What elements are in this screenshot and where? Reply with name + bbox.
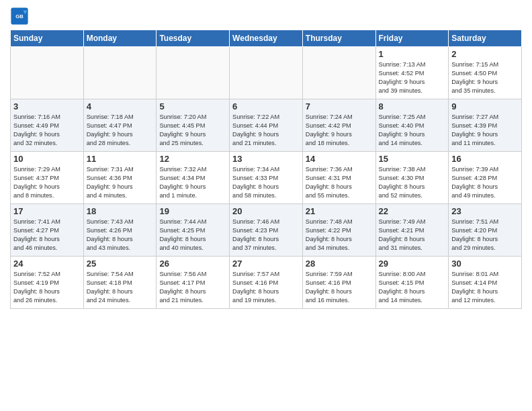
day-number: 9 xyxy=(451,101,519,111)
day-number: 24 xyxy=(13,259,81,269)
calendar-cell: 3Sunrise: 7:16 AM Sunset: 4:49 PM Daylig… xyxy=(11,99,84,152)
day-number: 28 xyxy=(306,259,373,269)
weekday-header-thursday: Thursday xyxy=(302,30,375,47)
day-info: Sunrise: 7:54 AM Sunset: 4:18 PM Dayligh… xyxy=(87,270,154,305)
calendar-cell: 28Sunrise: 7:59 AM Sunset: 4:16 PM Dayli… xyxy=(302,257,375,309)
day-info: Sunrise: 7:16 AM Sunset: 4:49 PM Dayligh… xyxy=(13,113,81,148)
day-number: 3 xyxy=(13,101,81,111)
calendar-cell: 5Sunrise: 7:20 AM Sunset: 4:45 PM Daylig… xyxy=(157,99,230,152)
calendar-cell: 14Sunrise: 7:36 AM Sunset: 4:31 PM Dayli… xyxy=(302,152,375,204)
day-info: Sunrise: 7:39 AM Sunset: 4:28 PM Dayligh… xyxy=(451,165,519,200)
day-info: Sunrise: 7:38 AM Sunset: 4:30 PM Dayligh… xyxy=(379,165,446,200)
day-info: Sunrise: 7:29 AM Sunset: 4:37 PM Dayligh… xyxy=(13,165,81,200)
week-row-0: 1Sunrise: 7:13 AM Sunset: 4:52 PM Daylig… xyxy=(11,47,522,99)
week-row-3: 17Sunrise: 7:41 AM Sunset: 4:27 PM Dayli… xyxy=(11,204,522,257)
weekday-header-row: SundayMondayTuesdayWednesdayThursdayFrid… xyxy=(11,30,522,47)
calendar-table: SundayMondayTuesdayWednesdayThursdayFrid… xyxy=(10,30,522,309)
calendar-cell: 22Sunrise: 7:49 AM Sunset: 4:21 PM Dayli… xyxy=(375,204,449,257)
day-number: 13 xyxy=(232,154,300,164)
day-number: 17 xyxy=(13,206,81,216)
calendar-cell xyxy=(230,47,303,99)
weekday-header-wednesday: Wednesday xyxy=(230,30,303,47)
weekday-header-saturday: Saturday xyxy=(449,30,522,47)
calendar-cell: 10Sunrise: 7:29 AM Sunset: 4:37 PM Dayli… xyxy=(11,152,84,204)
day-number: 25 xyxy=(87,259,154,269)
day-info: Sunrise: 7:46 AM Sunset: 4:23 PM Dayligh… xyxy=(232,218,300,253)
calendar-cell: 23Sunrise: 7:51 AM Sunset: 4:20 PM Dayli… xyxy=(449,204,522,257)
calendar-cell xyxy=(157,47,230,99)
main-container: GB SundayMondayTuesdayWednesdayThursdayF… xyxy=(0,0,532,316)
calendar-cell: 27Sunrise: 7:57 AM Sunset: 4:16 PM Dayli… xyxy=(230,257,303,309)
calendar-cell: 25Sunrise: 7:54 AM Sunset: 4:18 PM Dayli… xyxy=(83,257,157,309)
day-number: 19 xyxy=(159,206,226,216)
weekday-header-sunday: Sunday xyxy=(11,30,84,47)
week-row-1: 3Sunrise: 7:16 AM Sunset: 4:49 PM Daylig… xyxy=(11,99,522,152)
day-info: Sunrise: 7:22 AM Sunset: 4:44 PM Dayligh… xyxy=(232,113,300,148)
calendar-cell: 4Sunrise: 7:18 AM Sunset: 4:47 PM Daylig… xyxy=(83,99,157,152)
calendar-cell: 24Sunrise: 7:52 AM Sunset: 4:19 PM Dayli… xyxy=(11,257,84,309)
calendar-cell: 12Sunrise: 7:32 AM Sunset: 4:34 PM Dayli… xyxy=(157,152,230,204)
day-number: 20 xyxy=(232,206,300,216)
day-info: Sunrise: 7:48 AM Sunset: 4:22 PM Dayligh… xyxy=(306,218,373,253)
week-row-4: 24Sunrise: 7:52 AM Sunset: 4:19 PM Dayli… xyxy=(11,257,522,309)
calendar-cell xyxy=(302,47,375,99)
calendar-cell: 29Sunrise: 8:00 AM Sunset: 4:15 PM Dayli… xyxy=(375,257,449,309)
day-info: Sunrise: 7:24 AM Sunset: 4:42 PM Dayligh… xyxy=(306,113,373,148)
day-number: 10 xyxy=(13,154,81,164)
day-number: 8 xyxy=(379,101,446,111)
day-number: 26 xyxy=(159,259,226,269)
day-number: 29 xyxy=(379,259,446,269)
calendar-cell: 30Sunrise: 8:01 AM Sunset: 4:14 PM Dayli… xyxy=(449,257,522,309)
day-number: 11 xyxy=(87,154,154,164)
calendar-cell: 16Sunrise: 7:39 AM Sunset: 4:28 PM Dayli… xyxy=(449,152,522,204)
day-info: Sunrise: 7:51 AM Sunset: 4:20 PM Dayligh… xyxy=(451,218,519,253)
calendar-cell xyxy=(11,47,84,99)
day-info: Sunrise: 7:15 AM Sunset: 4:50 PM Dayligh… xyxy=(451,60,519,95)
day-number: 21 xyxy=(306,206,373,216)
day-number: 12 xyxy=(159,154,226,164)
calendar-cell: 18Sunrise: 7:43 AM Sunset: 4:26 PM Dayli… xyxy=(83,204,157,257)
day-number: 16 xyxy=(451,154,519,164)
day-info: Sunrise: 7:52 AM Sunset: 4:19 PM Dayligh… xyxy=(13,270,81,305)
day-number: 4 xyxy=(87,101,154,111)
day-number: 5 xyxy=(159,101,226,111)
calendar-cell: 15Sunrise: 7:38 AM Sunset: 4:30 PM Dayli… xyxy=(375,152,449,204)
logo-icon: GB xyxy=(10,7,29,26)
day-number: 15 xyxy=(379,154,446,164)
day-number: 14 xyxy=(306,154,373,164)
weekday-header-tuesday: Tuesday xyxy=(157,30,230,47)
day-number: 1 xyxy=(379,49,446,59)
day-info: Sunrise: 7:56 AM Sunset: 4:17 PM Dayligh… xyxy=(159,270,226,305)
day-info: Sunrise: 7:57 AM Sunset: 4:16 PM Dayligh… xyxy=(232,270,300,305)
day-number: 18 xyxy=(87,206,154,216)
calendar-cell: 9Sunrise: 7:27 AM Sunset: 4:39 PM Daylig… xyxy=(449,99,522,152)
day-info: Sunrise: 7:25 AM Sunset: 4:40 PM Dayligh… xyxy=(379,113,446,148)
day-info: Sunrise: 7:44 AM Sunset: 4:25 PM Dayligh… xyxy=(159,218,226,253)
calendar-cell: 2Sunrise: 7:15 AM Sunset: 4:50 PM Daylig… xyxy=(449,47,522,99)
calendar-cell: 7Sunrise: 7:24 AM Sunset: 4:42 PM Daylig… xyxy=(302,99,375,152)
weekday-header-friday: Friday xyxy=(375,30,449,47)
day-info: Sunrise: 7:43 AM Sunset: 4:26 PM Dayligh… xyxy=(87,218,154,253)
day-number: 23 xyxy=(451,206,519,216)
day-info: Sunrise: 8:00 AM Sunset: 4:15 PM Dayligh… xyxy=(379,270,446,305)
calendar-cell: 26Sunrise: 7:56 AM Sunset: 4:17 PM Dayli… xyxy=(157,257,230,309)
day-info: Sunrise: 7:32 AM Sunset: 4:34 PM Dayligh… xyxy=(159,165,226,200)
weekday-header-monday: Monday xyxy=(83,30,157,47)
day-info: Sunrise: 7:31 AM Sunset: 4:36 PM Dayligh… xyxy=(87,165,154,200)
week-row-2: 10Sunrise: 7:29 AM Sunset: 4:37 PM Dayli… xyxy=(11,152,522,204)
svg-text:GB: GB xyxy=(15,13,24,19)
day-number: 6 xyxy=(232,101,300,111)
day-info: Sunrise: 7:59 AM Sunset: 4:16 PM Dayligh… xyxy=(306,270,373,305)
calendar-cell xyxy=(83,47,157,99)
header: GB xyxy=(10,7,522,26)
day-number: 22 xyxy=(379,206,446,216)
day-number: 2 xyxy=(451,49,519,59)
calendar-cell: 17Sunrise: 7:41 AM Sunset: 4:27 PM Dayli… xyxy=(11,204,84,257)
calendar-cell: 20Sunrise: 7:46 AM Sunset: 4:23 PM Dayli… xyxy=(230,204,303,257)
day-info: Sunrise: 7:18 AM Sunset: 4:47 PM Dayligh… xyxy=(87,113,154,148)
day-info: Sunrise: 7:13 AM Sunset: 4:52 PM Dayligh… xyxy=(379,60,446,95)
calendar-cell: 21Sunrise: 7:48 AM Sunset: 4:22 PM Dayli… xyxy=(302,204,375,257)
calendar-cell: 8Sunrise: 7:25 AM Sunset: 4:40 PM Daylig… xyxy=(375,99,449,152)
day-info: Sunrise: 7:41 AM Sunset: 4:27 PM Dayligh… xyxy=(13,218,81,253)
calendar-cell: 13Sunrise: 7:34 AM Sunset: 4:33 PM Dayli… xyxy=(230,152,303,204)
